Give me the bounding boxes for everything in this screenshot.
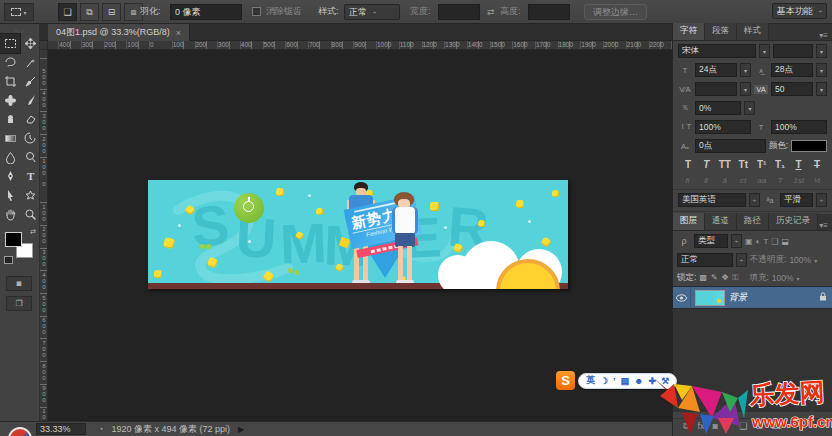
eyedropper-tool[interactable]: [20, 72, 40, 91]
strikethrough-button[interactable]: T: [810, 159, 824, 170]
history-brush-tool[interactable]: [20, 129, 40, 148]
new-selection-button[interactable]: ❑: [58, 3, 77, 21]
leading-input[interactable]: 28点: [771, 63, 813, 77]
lock-transparency-icon[interactable]: ▩: [699, 273, 707, 283]
layer-filter-select[interactable]: 类型: [694, 234, 728, 248]
antialias-select[interactable]: 平滑: [780, 193, 813, 207]
opentype-button[interactable]: 1st: [792, 176, 805, 185]
magic-wand-tool[interactable]: [20, 53, 40, 72]
underline-button[interactable]: T: [792, 159, 806, 170]
font-style-select[interactable]: [773, 44, 813, 58]
tab-历史记录[interactable]: 历史记录: [769, 213, 818, 230]
account-icon[interactable]: ☻: [634, 376, 643, 386]
kerning-input[interactable]: [695, 82, 737, 96]
zoom-tool[interactable]: [20, 205, 40, 224]
opentype-button[interactable]: ſt: [700, 176, 713, 185]
width-input[interactable]: [438, 4, 480, 20]
vertical-scale-input[interactable]: 100%: [695, 120, 751, 134]
opacity-value[interactable]: 100%: [789, 255, 811, 265]
soft-keyboard-icon[interactable]: ▤: [621, 376, 630, 386]
move-tool[interactable]: [20, 34, 40, 53]
lock-all-icon[interactable]: ⚿: [732, 273, 738, 283]
add-to-selection-button[interactable]: ⧉: [80, 3, 99, 21]
quick-mask-button[interactable]: ◙: [6, 276, 32, 291]
opentype-button[interactable]: fi: [681, 176, 694, 185]
swap-colors-icon[interactable]: ⇄: [30, 228, 36, 236]
text-color-swatch[interactable]: [791, 140, 827, 152]
fullwidth-halfwidth-icon[interactable]: ☽: [600, 376, 608, 386]
chevron-down-icon[interactable]: ▾: [759, 44, 770, 58]
faux-bold-button[interactable]: T: [681, 159, 695, 170]
brush-tool[interactable]: [20, 91, 40, 110]
font-size-input[interactable]: 24点: [695, 63, 737, 77]
opentype-button[interactable]: ā: [718, 176, 731, 185]
eraser-tool[interactable]: [20, 110, 40, 129]
layer-row-background[interactable]: 背景: [673, 287, 832, 309]
smart-object-filter-icon[interactable]: ⬓: [781, 237, 789, 246]
opentype-button[interactable]: ct: [737, 176, 750, 185]
pixel-filter-icon[interactable]: ▣: [745, 237, 753, 246]
tab-段落[interactable]: 段落: [705, 23, 737, 40]
default-colors-icon[interactable]: [4, 256, 13, 264]
shape-filter-icon[interactable]: ❑: [771, 237, 778, 246]
style-dropdown[interactable]: 正常 ÷: [344, 4, 400, 20]
superscript-button[interactable]: T¹: [755, 159, 769, 170]
rectangular-marquee-tool[interactable]: [0, 34, 20, 53]
tab-通道[interactable]: 通道: [705, 213, 737, 230]
all-caps-button[interactable]: TT: [718, 159, 732, 170]
workspace-dropdown[interactable]: 基本功能 ÷: [772, 3, 827, 19]
layer-thumbnail[interactable]: [695, 290, 725, 306]
feather-input[interactable]: 0 像素: [170, 4, 242, 20]
refine-edge-button[interactable]: 调整边缘…: [584, 4, 647, 20]
height-input[interactable]: [528, 4, 570, 20]
path-selection-tool[interactable]: [0, 186, 20, 205]
blur-tool[interactable]: [0, 148, 20, 167]
sogou-logo-icon[interactable]: S: [556, 371, 575, 390]
subtract-from-selection-button[interactable]: ⊟: [102, 3, 121, 21]
clone-stamp-tool[interactable]: [0, 110, 20, 129]
input-mode-chinese-english-icon[interactable]: 英: [586, 374, 595, 387]
language-select[interactable]: 美国英语: [678, 193, 746, 207]
opentype-button[interactable]: ½: [811, 176, 824, 185]
faux-italic-button[interactable]: T: [699, 159, 713, 170]
zoom-level-input[interactable]: 33.33%: [36, 423, 86, 435]
tool-preset-picker[interactable]: ▾: [4, 3, 34, 21]
proportional-spacing-input[interactable]: 0%: [695, 101, 741, 115]
status-menu-arrow-icon[interactable]: ▶: [238, 425, 244, 434]
chevron-down-icon[interactable]: ▾: [816, 44, 827, 58]
tab-图层[interactable]: 图层: [673, 213, 705, 230]
tab-路径[interactable]: 路径: [737, 213, 769, 230]
adjustment-filter-icon[interactable]: ◐: [756, 237, 761, 246]
punctuation-icon[interactable]: ’: [613, 376, 616, 386]
horizontal-scale-input[interactable]: 100%: [771, 120, 827, 134]
panel-menu-icon[interactable]: ▾≡: [819, 31, 832, 40]
crop-tool[interactable]: [0, 72, 20, 91]
healing-brush-tool[interactable]: [0, 91, 20, 110]
lasso-tool[interactable]: [0, 53, 20, 72]
lock-position-icon[interactable]: ✥: [722, 273, 729, 283]
vertical-ruler[interactable]: 5 0 04 0 03 0 02 0 01 0 001 0 02 0 03 0 …: [40, 50, 48, 421]
screen-mode-button[interactable]: ❐: [6, 296, 32, 311]
banner-document[interactable]: SUMMER 新势力周 Fashion Wee: [148, 180, 568, 289]
type-tool[interactable]: T: [20, 167, 40, 186]
canvas-area[interactable]: SUMMER 新势力周 Fashion Wee: [48, 50, 672, 421]
panel-menu-icon[interactable]: ▾≡: [819, 221, 832, 230]
visibility-eye-icon[interactable]: [673, 287, 691, 308]
dodge-tool[interactable]: [20, 148, 40, 167]
panel-drag-handle[interactable]: ⁙⁙: [0, 24, 39, 34]
fill-value[interactable]: 100%: [772, 273, 794, 283]
font-family-select[interactable]: 宋体: [678, 44, 756, 58]
tracking-input[interactable]: 50: [771, 82, 813, 96]
document-tab[interactable]: 04图1.psd @ 33.3%(RGB/8) ×: [48, 24, 190, 41]
opentype-button[interactable]: T: [774, 176, 787, 185]
horizontal-ruler[interactable]: 4003002001000100200300400500600700800900…: [48, 41, 672, 50]
tab-字符[interactable]: 字符: [673, 23, 705, 40]
pen-tool[interactable]: [0, 167, 20, 186]
gradient-tool[interactable]: [0, 129, 20, 148]
opentype-button[interactable]: aa: [755, 176, 768, 185]
custom-shape-tool[interactable]: [20, 186, 40, 205]
baseline-shift-input[interactable]: 0点: [695, 139, 766, 153]
tab-样式[interactable]: 样式: [737, 23, 769, 40]
antialias-checkbox[interactable]: [252, 7, 261, 16]
layer-name[interactable]: 背景: [729, 291, 819, 304]
